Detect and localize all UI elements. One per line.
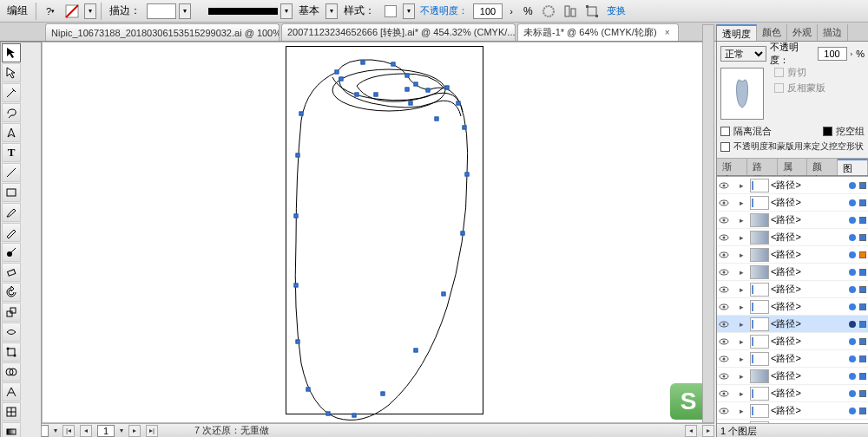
- target-icon[interactable]: [849, 321, 856, 328]
- tab-transparency[interactable]: 透明度: [717, 24, 757, 41]
- panel-opacity-input[interactable]: [818, 47, 847, 61]
- layer-row[interactable]: ▸<路径>: [717, 177, 868, 194]
- expand-arrow-icon[interactable]: ▸: [740, 285, 748, 294]
- layer-name[interactable]: <路径>: [771, 369, 847, 382]
- opacity-thumbnail[interactable]: [720, 68, 764, 120]
- direct-selection-tool[interactable]: [2, 63, 21, 82]
- help-icon[interactable]: ?▾: [41, 3, 60, 20]
- brush-dropdown[interactable]: ▾: [280, 3, 293, 19]
- blend-mode-select[interactable]: 正常: [720, 46, 766, 62]
- clip-checkbox-row[interactable]: 剪切: [774, 64, 825, 80]
- recolor-icon[interactable]: [539, 3, 558, 20]
- visibility-toggle-icon[interactable]: [718, 266, 730, 278]
- anchor-point[interactable]: [296, 153, 300, 158]
- anchor-point[interactable]: [355, 93, 359, 97]
- canvas[interactable]: [42, 42, 714, 423]
- layer-name[interactable]: <路径>: [771, 179, 847, 192]
- anchor-point[interactable]: [414, 349, 418, 353]
- document-tab[interactable]: 20071123234652666 [转换].ai* @ 454.32% (CM…: [281, 23, 516, 41]
- expand-arrow-icon[interactable]: ▸: [740, 372, 748, 381]
- anchor-point[interactable]: [299, 112, 304, 116]
- stroke-weight-input[interactable]: [147, 3, 176, 19]
- lasso-tool[interactable]: [2, 103, 21, 122]
- layer-row[interactable]: ▸<路径>: [717, 281, 868, 298]
- transform-link[interactable]: 变换: [604, 4, 628, 17]
- line-tool[interactable]: [2, 163, 21, 182]
- visibility-toggle-icon[interactable]: [718, 370, 730, 382]
- opacity-input[interactable]: [473, 3, 503, 19]
- selection-color-indicator[interactable]: [859, 234, 866, 241]
- target-icon[interactable]: [849, 303, 856, 310]
- layer-row[interactable]: ▸<路径>: [717, 229, 868, 246]
- target-icon[interactable]: [849, 199, 856, 206]
- rotate-tool[interactable]: [2, 283, 21, 302]
- anchor-point[interactable]: [391, 62, 396, 67]
- layer-row[interactable]: ▸<路径>: [717, 194, 868, 212]
- selection-color-indicator[interactable]: [859, 251, 866, 258]
- layer-name[interactable]: <路径>: [771, 387, 847, 400]
- tab-stroke[interactable]: 描边: [818, 24, 848, 41]
- visibility-toggle-icon[interactable]: [718, 249, 730, 261]
- anchor-point[interactable]: [374, 93, 378, 97]
- anchor-point[interactable]: [326, 412, 331, 416]
- target-icon[interactable]: [849, 182, 856, 189]
- anchor-point[interactable]: [296, 340, 300, 344]
- layer-name[interactable]: <路径>: [771, 231, 847, 244]
- scroll-left-btn[interactable]: ◂: [685, 425, 697, 437]
- expand-arrow-icon[interactable]: ▸: [740, 199, 748, 207]
- visibility-toggle-icon[interactable]: [718, 336, 730, 348]
- selection-color-indicator[interactable]: [859, 338, 866, 345]
- expand-arrow-icon[interactable]: ▸: [740, 303, 748, 311]
- anchor-point[interactable]: [405, 74, 410, 78]
- mask-defines-knockout-checkbox[interactable]: 不透明度和蒙版用来定义挖空形状: [720, 139, 865, 154]
- magic-wand-tool[interactable]: [2, 83, 21, 102]
- anchor-point[interactable]: [409, 101, 413, 106]
- first-page-btn[interactable]: |◂: [62, 425, 75, 437]
- anchor-point[interactable]: [445, 86, 450, 90]
- expand-arrow-icon[interactable]: ▸: [740, 320, 748, 329]
- anchor-point[interactable]: [306, 388, 311, 392]
- visibility-toggle-icon[interactable]: [718, 214, 730, 226]
- anchor-point[interactable]: [465, 173, 470, 177]
- next-page-btn[interactable]: ▸: [128, 425, 141, 437]
- visibility-toggle-icon[interactable]: [718, 232, 730, 244]
- close-icon[interactable]: ×: [662, 28, 673, 38]
- anchor-point[interactable]: [335, 70, 339, 75]
- pencil-tool[interactable]: [2, 223, 21, 242]
- type-tool[interactable]: T: [2, 143, 21, 162]
- target-icon[interactable]: [849, 234, 856, 241]
- anchor-point[interactable]: [381, 392, 385, 396]
- scroll-right-btn[interactable]: ▸: [702, 425, 714, 437]
- target-icon[interactable]: [849, 286, 856, 293]
- layer-name[interactable]: <路径>: [771, 213, 847, 226]
- tab-attributes[interactable]: 属性: [778, 159, 808, 175]
- expand-arrow-icon[interactable]: ▸: [740, 181, 748, 190]
- panel-collapse-strip[interactable]: [702, 24, 714, 423]
- selection-color-indicator[interactable]: [859, 321, 866, 328]
- transform-icon[interactable]: [582, 3, 602, 20]
- anchor-point[interactable]: [294, 214, 299, 218]
- rectangle-tool[interactable]: [2, 183, 21, 202]
- expand-arrow-icon[interactable]: ▸: [740, 251, 748, 259]
- page-number-input[interactable]: [97, 425, 115, 437]
- visibility-toggle-icon[interactable]: [718, 405, 730, 417]
- expand-arrow-icon[interactable]: ▸: [740, 233, 748, 242]
- layer-name[interactable]: <路径>: [771, 248, 847, 261]
- opacity-stepper[interactable]: ›: [505, 3, 517, 20]
- layer-row[interactable]: ▸<路径>: [717, 385, 868, 402]
- anchor-point[interactable]: [361, 61, 365, 65]
- selection-color-indicator[interactable]: [859, 373, 866, 380]
- tab-layers[interactable]: 图层: [838, 159, 868, 175]
- pen-tool[interactable]: [2, 123, 21, 142]
- layer-row[interactable]: ▸<路径>: [717, 402, 868, 420]
- visibility-toggle-icon[interactable]: [718, 301, 730, 313]
- selection-color-indicator[interactable]: [859, 408, 866, 414]
- layer-name[interactable]: <路径>: [771, 283, 847, 296]
- tab-pathfinder[interactable]: 路径: [747, 159, 778, 175]
- visibility-toggle-icon[interactable]: [718, 179, 730, 192]
- scale-tool[interactable]: [2, 303, 21, 322]
- selection-color-indicator[interactable]: [859, 269, 866, 276]
- selection-tool[interactable]: [2, 43, 21, 62]
- anchor-point[interactable]: [426, 88, 431, 93]
- paintbrush-tool[interactable]: [2, 203, 21, 222]
